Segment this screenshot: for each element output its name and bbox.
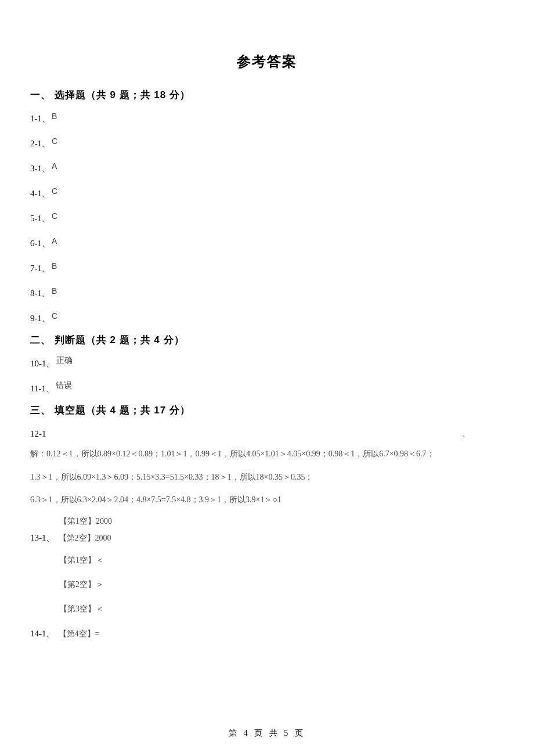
q-num: 3-1、: [30, 163, 50, 174]
q-ans: B: [52, 286, 57, 296]
answer-11: 11-1、 错误: [30, 383, 504, 394]
answer-3: 3-1、 A: [30, 163, 504, 174]
blank-1: 【第1空】2000: [59, 516, 504, 527]
answer-1: 1-1、 B: [30, 113, 504, 124]
q-ans: 错误: [56, 380, 72, 391]
answer-4: 4-1、 C: [30, 188, 504, 199]
q-num: 14-1、: [30, 628, 55, 639]
q-ans: C: [52, 136, 57, 146]
page-footer: 第 4 页 共 5 页: [0, 728, 534, 739]
q13-blanks: 【第1空】2000: [59, 516, 504, 527]
q-num: 11-1、: [30, 383, 55, 394]
blank-2: 【第2空】＞: [59, 579, 504, 590]
answer-6: 6-1、 A: [30, 238, 504, 249]
solution-line-2: 1.3＞1，所以6.09×1.3＞6.09；5.15×3.3=51.5×0.33…: [30, 471, 504, 483]
q-num: 6-1、: [30, 238, 50, 249]
q-num: 12-1: [30, 429, 46, 438]
solution-line-3: 6.3＞1，所以6.3×2.04＞2.04；4.8×7.5=7.5×4.8；3.…: [30, 494, 504, 506]
q-ans: B: [52, 261, 57, 271]
q-num: 8-1、: [30, 288, 50, 299]
q-ans: C: [52, 186, 57, 196]
q-num: 9-1、: [30, 313, 50, 324]
section-2-header: 二、 判断题（共 2 题；共 4 分）: [30, 333, 504, 347]
q-num: 5-1、: [30, 213, 50, 224]
q-num: 2-1、: [30, 138, 50, 149]
blank-1: 【第1空】＜: [59, 555, 504, 566]
blank-3: 【第3空】＜: [59, 604, 504, 614]
q-num: 1-1、: [30, 113, 50, 124]
q-ans: A: [52, 161, 57, 171]
page-content: 参考答案 一、 选择题（共 9 题；共 18 分） 1-1、 B 2-1、 C …: [0, 0, 534, 639]
q-num: 4-1、: [30, 188, 50, 199]
answer-13: 13-1、 【第2空】2000: [30, 532, 504, 543]
answer-10: 10-1、 正确: [30, 358, 504, 369]
q-num: 13-1、: [30, 532, 55, 543]
blank-4: 【第4空】=: [59, 629, 100, 639]
q-trailing: 、: [462, 429, 470, 439]
q-ans: 正确: [56, 355, 73, 366]
answer-7: 7-1、 B: [30, 263, 504, 274]
q-ans: C: [52, 211, 57, 221]
solution-line-1: 解：0.12＜1，所以0.89×0.12＜0.89；1.01＞1，0.99＜1，…: [30, 448, 504, 460]
page-title: 参考答案: [30, 52, 504, 71]
answer-8: 8-1、 B: [30, 288, 504, 299]
section-1-header: 一、 选择题（共 9 题；共 18 分）: [30, 88, 504, 102]
answer-9: 9-1、 C: [30, 313, 504, 324]
answer-14: 14-1、 【第4空】=: [30, 628, 504, 639]
q-ans: C: [52, 311, 57, 321]
answer-12: 12-1 、: [30, 429, 504, 439]
q14-blanks: 【第1空】＜ 【第2空】＞ 【第3空】＜: [59, 555, 504, 614]
q-ans: B: [52, 111, 57, 121]
section-3-header: 三、 填空题（共 4 题；共 17 分）: [30, 404, 504, 417]
blank-2: 【第2空】2000: [59, 533, 111, 543]
q-ans: A: [52, 236, 57, 246]
q-num: 7-1、: [30, 263, 50, 274]
answer-2: 2-1、 C: [30, 138, 504, 149]
q-num: 10-1、: [30, 358, 55, 369]
answer-5: 5-1、 C: [30, 213, 504, 224]
